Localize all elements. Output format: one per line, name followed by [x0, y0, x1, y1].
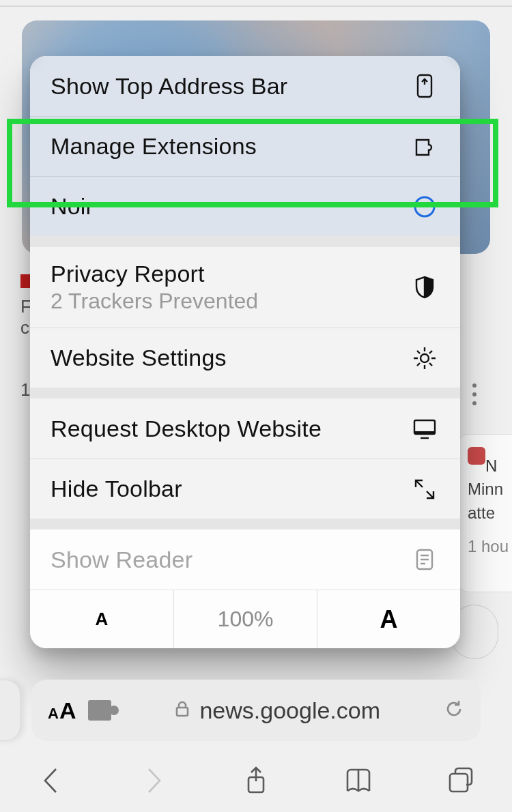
website-settings-item[interactable]: Website Settings: [30, 328, 460, 388]
section-gap: [30, 519, 460, 530]
back-button[interactable]: [35, 765, 67, 799]
forward-button: [138, 765, 169, 799]
svg-rect-8: [450, 774, 468, 792]
menu-item-label: Hide Toolbar: [51, 476, 182, 502]
zoom-in-button[interactable]: A: [317, 590, 460, 648]
gear-icon: [410, 343, 440, 373]
noir-extension-item[interactable]: Noir: [30, 176, 460, 236]
document-icon: [410, 545, 440, 575]
menu-item-label: Noir: [51, 193, 94, 220]
menu-item-label: Privacy Report: [51, 261, 258, 287]
desktop-icon: [410, 414, 440, 444]
shield-half-icon: [410, 272, 440, 302]
letter-a-large-icon: A: [380, 605, 398, 634]
show-top-address-bar-item[interactable]: Show Top Address Bar: [30, 56, 460, 116]
menu-item-label: Request Desktop Website: [51, 416, 322, 442]
svg-rect-4: [414, 431, 435, 434]
bookmarks-button[interactable]: [343, 765, 374, 799]
news-card-peek: N Minn atte 1 hou: [457, 434, 512, 592]
tabs-button[interactable]: [445, 765, 477, 799]
section-gap: [30, 236, 460, 247]
request-desktop-item[interactable]: Request Desktop Website: [30, 398, 460, 459]
zoom-percent-label: 100%: [218, 607, 274, 632]
privacy-report-item[interactable]: Privacy Report 2 Trackers Prevented: [30, 247, 460, 328]
reader-aa-button[interactable]: AA: [48, 697, 76, 724]
tab-edge-peek: [0, 680, 20, 741]
menu-item-label: Website Settings: [51, 345, 227, 371]
page-settings-menu: Show Top Address Bar Manage Extensions N…: [30, 56, 460, 648]
svg-point-1: [415, 197, 434, 216]
menu-item-label: Manage Extensions: [51, 133, 257, 160]
menu-item-label: Show Reader: [51, 547, 193, 573]
lock-icon: [175, 700, 190, 721]
address-bar[interactable]: AA news.google.com: [31, 680, 481, 741]
manage-extensions-item[interactable]: Manage Extensions: [30, 116, 460, 176]
menu-item-label: Show Top Address Bar: [51, 73, 287, 100]
puzzle-piece-icon: [410, 132, 440, 162]
url-text: news.google.com: [199, 697, 380, 724]
hide-toolbar-item[interactable]: Hide Toolbar: [30, 459, 460, 519]
top-hairline: [0, 5, 512, 7]
section-gap: [30, 388, 460, 398]
expand-arrows-icon: [410, 474, 440, 504]
svg-rect-6: [177, 708, 188, 716]
letter-a-small-icon: A: [96, 609, 109, 630]
share-button[interactable]: [240, 765, 272, 799]
show-reader-item: Show Reader: [30, 530, 460, 590]
zoom-controls: A 100% A: [30, 590, 460, 648]
zoom-out-button[interactable]: A: [30, 590, 173, 648]
overflow-icon[interactable]: [472, 383, 477, 405]
reload-icon[interactable]: [444, 699, 464, 722]
moon-icon: [410, 192, 440, 222]
svg-point-2: [421, 354, 429, 362]
browser-toolbar: [0, 752, 512, 812]
phone-up-arrow-icon: [410, 71, 440, 101]
extensions-icon[interactable]: [88, 700, 111, 721]
zoom-level-display[interactable]: 100%: [173, 590, 317, 648]
menu-item-subtitle: 2 Trackers Prevented: [51, 289, 258, 314]
